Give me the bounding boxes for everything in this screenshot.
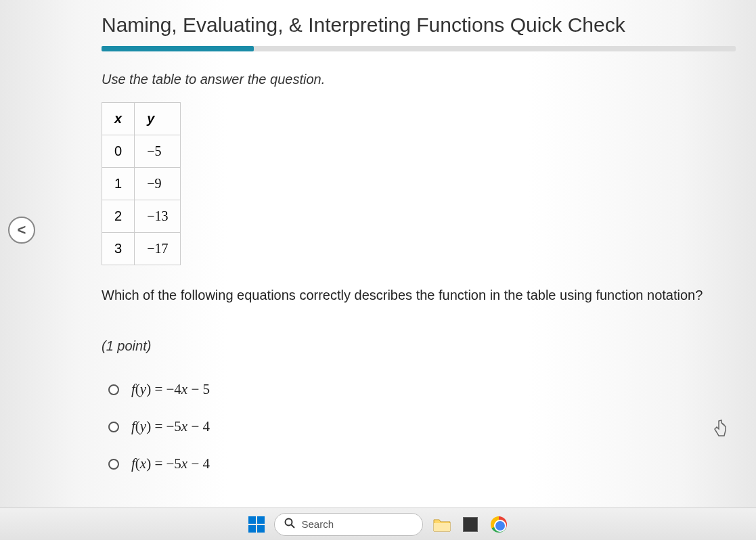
table-cell: −13 xyxy=(135,200,181,233)
progress-fill xyxy=(102,46,254,51)
option-3[interactable]: f(x) = −5x − 4 xyxy=(108,455,736,472)
prev-button[interactable]: < xyxy=(8,217,35,244)
start-button[interactable] xyxy=(248,516,265,533)
table-row: 0 −5 xyxy=(102,135,181,168)
options-group: f(y) = −4x − 5 f(y) = −5x − 4 f(x) = −5x… xyxy=(108,381,736,472)
table-header-x: x xyxy=(102,103,135,135)
option-2[interactable]: f(y) = −5x − 4 xyxy=(108,418,736,435)
chrome-icon[interactable] xyxy=(489,515,508,534)
instruction-text: Use the table to answer the question. xyxy=(102,72,736,87)
search-icon xyxy=(284,518,295,531)
table-header-row: x y xyxy=(102,103,181,135)
option-label: f(y) = −5x − 4 xyxy=(131,418,210,435)
question-text: Which of the following equations correct… xyxy=(102,286,736,305)
radio-icon[interactable] xyxy=(108,459,119,470)
radio-icon[interactable] xyxy=(108,384,119,395)
table-cell: −5 xyxy=(135,135,181,168)
table-cell: 1 xyxy=(102,168,135,200)
progress-bar xyxy=(102,46,736,51)
taskbar-search[interactable]: Search xyxy=(274,513,423,536)
svg-line-1 xyxy=(291,524,294,528)
taskbar-app-icon[interactable] xyxy=(461,515,480,534)
taskbar: Search xyxy=(0,508,756,540)
table-cell: 0 xyxy=(102,135,135,168)
search-placeholder: Search xyxy=(302,518,334,530)
chevron-left-icon: < xyxy=(18,221,26,239)
table-cell: 3 xyxy=(102,233,135,265)
svg-point-0 xyxy=(285,518,292,525)
cursor-pointer-icon xyxy=(713,420,729,443)
table-cell: −17 xyxy=(135,233,181,265)
table-row: 1 −9 xyxy=(102,168,181,200)
xy-table: x y 0 −5 1 −9 2 −13 3 −17 xyxy=(102,102,181,265)
radio-icon[interactable] xyxy=(108,422,119,432)
svg-rect-2 xyxy=(434,523,450,531)
table-header-y: y xyxy=(135,103,181,135)
page-title: Naming, Evaluating, & Interpreting Funct… xyxy=(102,14,736,37)
option-label: f(y) = −4x − 5 xyxy=(131,381,210,398)
option-label: f(x) = −5x − 4 xyxy=(131,455,210,472)
file-explorer-icon[interactable] xyxy=(432,515,451,534)
option-1[interactable]: f(y) = −4x − 5 xyxy=(108,381,736,398)
table-cell: −9 xyxy=(135,168,181,200)
points-label: (1 point) xyxy=(102,338,736,354)
table-row: 3 −17 xyxy=(102,233,181,265)
table-row: 2 −13 xyxy=(102,200,181,233)
table-cell: 2 xyxy=(102,200,135,233)
